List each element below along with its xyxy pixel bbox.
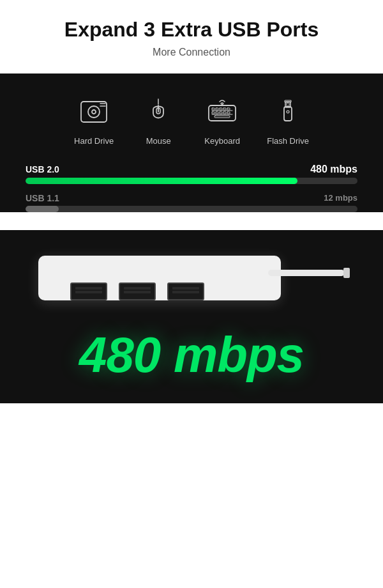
svg-rect-24 [287, 103, 289, 106]
usb-port-2 [119, 282, 156, 300]
keyboard-label: Keyboard [204, 136, 240, 146]
icon-item-mouse: Mouse [139, 93, 177, 146]
mouse-label: Mouse [146, 136, 171, 146]
usb11-bar-track [26, 206, 357, 212]
svg-rect-10 [212, 108, 214, 110]
top-section: Expand 3 Extra USB Ports More Connection [0, 0, 383, 74]
usb-port-1 [70, 282, 107, 300]
svg-rect-13 [223, 108, 226, 110]
svg-rect-18 [223, 112, 226, 114]
usb11-value: 12 mbps [324, 193, 357, 203]
svg-rect-20 [214, 116, 230, 118]
svg-rect-0 [81, 102, 107, 122]
hub-body [38, 256, 281, 300]
usb-port-3 [167, 282, 204, 300]
icon-item-hard-drive: Hard Drive [74, 93, 114, 146]
svg-point-1 [88, 106, 100, 118]
hard-drive-icon [75, 93, 113, 131]
hard-drive-label: Hard Drive [74, 136, 114, 146]
svg-point-2 [92, 110, 96, 114]
mouse-icon [139, 93, 177, 131]
usb20-value: 480 mbps [310, 164, 357, 175]
big-speed-section: 480 mbps [0, 320, 383, 403]
keyboard-icon [203, 93, 241, 131]
usb11-label: USB 1.1 [26, 193, 59, 203]
svg-point-21 [222, 104, 223, 105]
flash-drive-icon [269, 93, 307, 131]
svg-point-26 [287, 111, 289, 113]
usb-ports [70, 282, 204, 300]
icons-row: Hard Drive Mouse [13, 93, 370, 146]
hub-section [0, 230, 383, 320]
usb11-bar-row: USB 1.1 12 mbps [26, 193, 357, 212]
svg-rect-11 [216, 108, 218, 110]
svg-rect-22 [284, 107, 292, 121]
page-title: Expand 3 Extra USB Ports [13, 18, 370, 42]
svg-rect-12 [220, 108, 222, 110]
usb20-label: USB 2.0 [26, 164, 59, 174]
usb20-bar-fill [26, 178, 297, 184]
dark-section: Hard Drive Mouse [0, 74, 383, 212]
speed-section: USB 2.0 480 mbps USB 1.1 12 mbps [13, 164, 370, 212]
usb20-bar-track [26, 178, 357, 184]
big-speed-text: 480 mbps [79, 327, 304, 383]
icon-item-keyboard: Keyboard [203, 93, 241, 146]
svg-rect-14 [227, 108, 230, 110]
hub-cable [268, 270, 345, 276]
hub-device [38, 243, 345, 313]
svg-rect-19 [227, 112, 230, 114]
usb20-bar-row: USB 2.0 480 mbps [26, 164, 357, 184]
page-subtitle: More Connection [13, 47, 370, 58]
svg-rect-15 [212, 112, 214, 114]
svg-rect-16 [216, 112, 218, 114]
usb11-bar-fill [26, 206, 59, 212]
icon-item-flash-drive: Flash Drive [267, 93, 309, 146]
flash-drive-label: Flash Drive [267, 136, 309, 146]
svg-rect-17 [220, 112, 222, 114]
